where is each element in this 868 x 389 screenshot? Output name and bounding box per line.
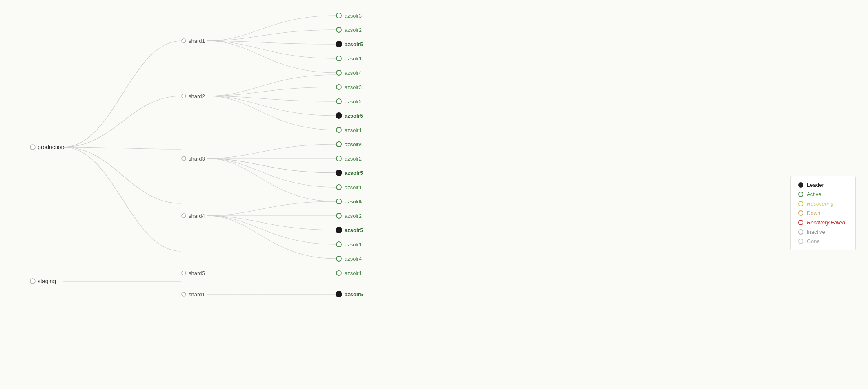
legend-label-recovering: Recovering <box>807 201 834 207</box>
svg-point-31 <box>336 142 341 147</box>
legend-item-gone: Gone <box>798 238 848 244</box>
svg-text:shard3: shard3 <box>189 156 205 162</box>
legend-item-recovering: Recovering <box>798 201 848 207</box>
svg-point-3 <box>30 279 35 284</box>
svg-text:staging: staging <box>38 278 56 284</box>
legend-dot-inactive <box>798 229 803 235</box>
svg-point-17 <box>182 94 186 98</box>
svg-point-13 <box>336 56 341 61</box>
svg-point-11 <box>336 41 342 47</box>
svg-point-41 <box>182 214 186 218</box>
svg-text:azsolr1: azsolr1 <box>345 241 362 248</box>
legend-dot-recovery-failed <box>798 220 803 225</box>
svg-text:azsolr4: azsolr4 <box>345 70 362 76</box>
svg-point-43 <box>336 199 341 204</box>
svg-text:azsolr1: azsolr1 <box>345 127 362 133</box>
svg-point-35 <box>336 170 342 176</box>
svg-text:shard2: shard2 <box>189 93 205 99</box>
svg-text:azsolr2: azsolr2 <box>345 98 362 105</box>
replica-p2r5-leader[interactable]: azsolr5 <box>336 113 363 119</box>
svg-text:shard1: shard1 <box>189 38 205 44</box>
svg-text:azsolr5: azsolr5 <box>345 227 363 233</box>
svg-point-21 <box>336 99 341 104</box>
svg-text:azsolr3: azsolr3 <box>345 13 362 19</box>
legend-label-recovery-failed: Recovery Failed <box>807 219 845 226</box>
legend-label-gone: Gone <box>807 238 820 244</box>
svg-text:azsolr2: azsolr2 <box>345 27 362 33</box>
svg-text:azsolr4: azsolr4 <box>345 256 362 262</box>
svg-point-9 <box>336 27 341 32</box>
svg-text:production: production <box>38 144 64 150</box>
legend-item-recovery-failed: Recovery Failed <box>798 219 848 226</box>
svg-point-25 <box>336 127 341 132</box>
svg-text:azsolr5: azsolr5 <box>345 113 363 119</box>
svg-point-23 <box>336 113 342 118</box>
replica-p1r1[interactable]: azsolr1 <box>336 56 362 62</box>
legend-label-down: Down <box>807 210 820 216</box>
legend-dot-leader <box>798 182 803 188</box>
replica-p1r2[interactable]: azsolr2 <box>336 27 362 33</box>
replica-p1r4[interactable]: azsolr4 <box>336 70 362 76</box>
replica-p3r3[interactable]: azsolr3 <box>336 141 362 148</box>
svg-point-19 <box>336 85 341 89</box>
replica-p4r4[interactable]: azsolr4 <box>336 256 362 262</box>
svg-text:azsolr1: azsolr1 <box>345 184 362 190</box>
legend-label-leader: Leader <box>807 182 824 188</box>
cluster-node-staging[interactable]: staging <box>30 278 56 284</box>
svg-text:azsolr3: azsolr3 <box>345 199 362 205</box>
replica-p3r2[interactable]: azsolr2 <box>336 156 362 162</box>
replica-p4r1[interactable]: azsolr1 <box>336 241 362 248</box>
svg-text:azsolr5: azsolr5 <box>345 170 363 176</box>
legend-dot-recovering <box>798 201 803 206</box>
replica-p5r1[interactable]: azsolr1 <box>336 270 362 276</box>
legend: Leader Active Recovering Down Recovery F… <box>790 176 856 250</box>
legend-dot-active <box>798 192 803 197</box>
svg-text:azsolr1: azsolr1 <box>345 56 362 62</box>
replica-p3r1[interactable]: azsolr1 <box>336 184 362 190</box>
svg-text:azsolr2: azsolr2 <box>345 156 362 162</box>
replica-p1r3[interactable]: azsolr3 <box>336 13 362 19</box>
svg-point-47 <box>336 227 342 233</box>
replica-p3r5-leader[interactable]: azsolr5 <box>336 170 363 176</box>
svg-text:azsolr5: azsolr5 <box>345 291 363 297</box>
replica-s1r5-leader[interactable]: azsolr5 <box>336 291 363 297</box>
legend-item-down: Down <box>798 210 848 216</box>
legend-label-inactive: Inactive <box>807 229 825 235</box>
legend-label-active: Active <box>807 191 821 197</box>
svg-rect-0 <box>0 0 868 389</box>
replica-p2r2[interactable]: azsolr2 <box>336 98 362 105</box>
legend-item-leader: Leader <box>798 182 848 188</box>
svg-text:azsolr2: azsolr2 <box>345 213 362 219</box>
svg-text:azsolr3: azsolr3 <box>345 141 362 148</box>
svg-point-37 <box>336 185 341 190</box>
replica-p1r5-leader[interactable]: azsolr5 <box>336 41 363 47</box>
svg-point-7 <box>336 13 341 18</box>
svg-point-53 <box>182 271 186 275</box>
replica-p4r2[interactable]: azsolr2 <box>336 213 362 219</box>
svg-text:azsolr5: azsolr5 <box>345 41 363 47</box>
svg-text:shard1: shard1 <box>189 291 205 297</box>
svg-text:azsolr1: azsolr1 <box>345 270 362 276</box>
svg-point-51 <box>336 256 341 261</box>
replica-p2r1[interactable]: azsolr1 <box>336 127 362 133</box>
replica-p2r3[interactable]: azsolr3 <box>336 84 362 90</box>
svg-point-49 <box>336 242 341 247</box>
svg-point-55 <box>336 271 341 275</box>
svg-point-45 <box>336 213 341 218</box>
svg-text:shard5: shard5 <box>189 270 205 276</box>
replica-p4r5-leader[interactable]: azsolr5 <box>336 227 363 233</box>
svg-point-15 <box>336 70 341 75</box>
svg-text:shard4: shard4 <box>189 213 205 219</box>
replica-p4r3[interactable]: azsolr3 <box>336 199 362 205</box>
svg-point-1 <box>30 145 35 150</box>
svg-text:azsolr3: azsolr3 <box>345 84 362 90</box>
svg-point-57 <box>182 292 186 296</box>
svg-point-29 <box>182 156 186 161</box>
legend-dot-down <box>798 210 803 216</box>
legend-dot-gone <box>798 239 803 244</box>
svg-point-33 <box>336 156 341 161</box>
svg-point-5 <box>182 39 186 43</box>
svg-point-59 <box>336 291 342 297</box>
legend-item-active: Active <box>798 191 848 197</box>
cluster-graph: production staging shard1 azsolr3 azsolr… <box>0 0 868 389</box>
